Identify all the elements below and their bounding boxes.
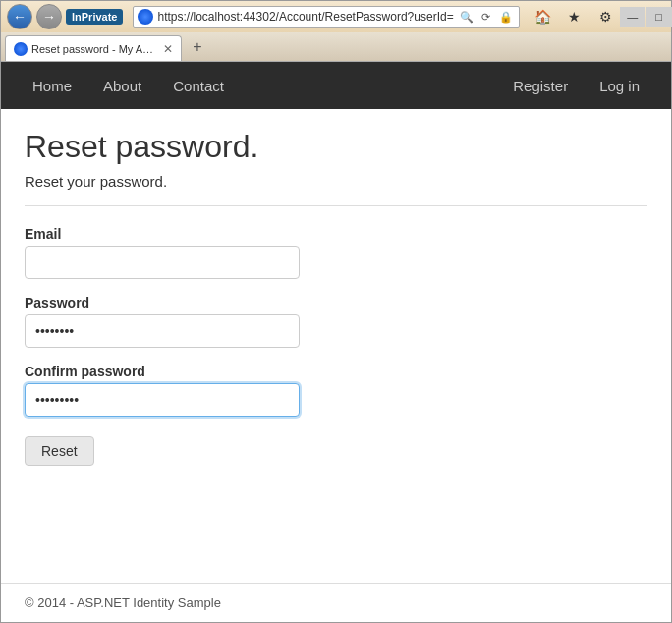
- page-title: Reset password.: [25, 129, 647, 165]
- password-group: Password: [25, 295, 647, 348]
- nav-links-left: Home About Contact: [21, 70, 236, 102]
- email-group: Email: [25, 226, 647, 279]
- address-icons: 🔍 ⟳ 🔒: [458, 8, 515, 26]
- confirm-password-input[interactable]: [25, 383, 300, 417]
- minimize-button[interactable]: —: [620, 7, 645, 27]
- page-subtitle: Reset your password.: [25, 173, 647, 190]
- maximize-button[interactable]: □: [646, 7, 672, 27]
- title-bar: ← → InPrivate https://localhost:44302/Ac…: [1, 1, 671, 32]
- tab-favicon-icon: [14, 42, 28, 56]
- browser-window: ← → InPrivate https://localhost:44302/Ac…: [0, 0, 672, 623]
- inprivate-badge: InPrivate: [66, 9, 123, 25]
- email-input[interactable]: [25, 246, 300, 279]
- tab-label: Reset password - My ASP.N...: [31, 43, 155, 55]
- window-controls: — □ ✕: [620, 7, 672, 27]
- ie-favicon-icon: [138, 9, 153, 25]
- nav-contact-link[interactable]: Contact: [161, 70, 236, 102]
- nav-register-link[interactable]: Register: [501, 70, 580, 102]
- home-toolbar-icon[interactable]: 🏠: [530, 3, 557, 30]
- tab-bar: Reset password - My ASP.N... ✕ +: [1, 32, 671, 62]
- password-label: Password: [25, 295, 647, 311]
- lock-icon[interactable]: 🔒: [497, 8, 515, 26]
- title-bar-left: ← → InPrivate https://localhost:44302/Ac…: [7, 3, 620, 30]
- nav-about-link[interactable]: About: [91, 70, 153, 102]
- search-icon[interactable]: 🔍: [458, 8, 476, 26]
- favorites-icon[interactable]: ★: [561, 3, 588, 30]
- nav-links-right: Register Log in: [501, 70, 651, 102]
- reset-button[interactable]: Reset: [25, 436, 94, 466]
- address-text: https://localhost:44302/Account/ResetPas…: [157, 10, 453, 24]
- tab-close-icon[interactable]: ✕: [163, 42, 173, 56]
- confirm-password-group: Confirm password: [25, 364, 647, 417]
- nav-home-link[interactable]: Home: [21, 70, 84, 102]
- refresh-icon[interactable]: ⟳: [477, 8, 495, 26]
- back-button[interactable]: ←: [7, 4, 32, 29]
- divider: [25, 205, 647, 206]
- forward-button[interactable]: →: [36, 4, 62, 29]
- password-input[interactable]: [25, 314, 300, 348]
- new-tab-button[interactable]: +: [186, 35, 209, 59]
- footer: © 2014 - ASP.NET Identity Sample: [1, 583, 671, 622]
- confirm-password-label: Confirm password: [25, 364, 647, 379]
- active-tab[interactable]: Reset password - My ASP.N... ✕: [5, 35, 182, 61]
- main-content: Reset password. Reset your password. Ema…: [1, 109, 671, 583]
- email-label: Email: [25, 226, 647, 242]
- nav-bar: Home About Contact Register Log in: [1, 62, 671, 109]
- nav-login-link[interactable]: Log in: [588, 70, 651, 102]
- footer-text: © 2014 - ASP.NET Identity Sample: [25, 595, 221, 610]
- address-bar[interactable]: https://localhost:44302/Account/ResetPas…: [133, 6, 519, 28]
- settings-icon[interactable]: ⚙: [592, 3, 620, 30]
